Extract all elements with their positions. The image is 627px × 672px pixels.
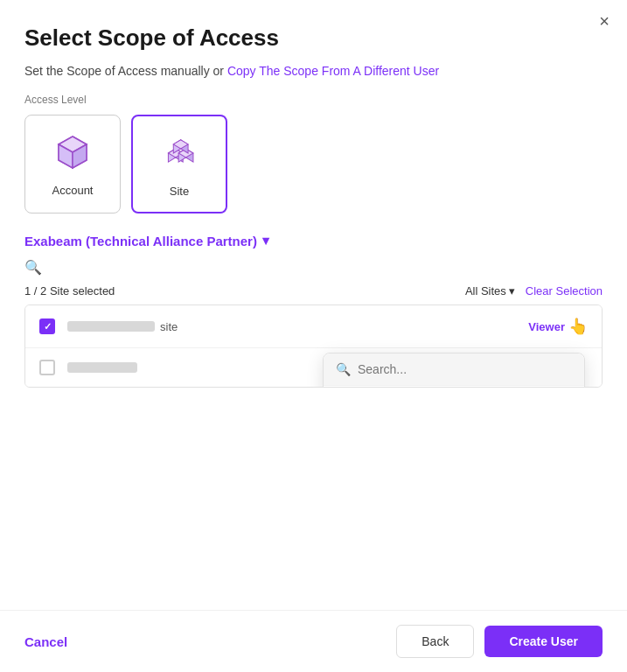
cursor-icon: 👆	[568, 317, 588, 336]
access-option-account[interactable]: Account	[24, 115, 121, 214]
all-sites-button[interactable]: All Sites ▾	[465, 284, 515, 298]
dropdown-search-icon: 🔍	[336, 362, 351, 376]
site-text-1: site	[160, 320, 178, 333]
chevron-down-icon: ▾	[262, 233, 269, 248]
account-option-label: Account	[52, 184, 94, 197]
account-icon	[50, 130, 95, 175]
site-icon	[157, 130, 202, 176]
viewer-label: Viewer	[528, 320, 565, 333]
create-user-button[interactable]: Create User	[484, 626, 603, 657]
subtitle: Set the Scope of Access manually or Copy…	[24, 64, 603, 78]
dropdown-search-area: 🔍	[324, 354, 584, 386]
table-row: site Viewer 👆 🔍 Admin C-Level IR Team	[25, 305, 602, 348]
site-name-placeholder-1	[67, 321, 155, 332]
role-dropdown: 🔍 Admin C-Level IR Team	[323, 353, 585, 388]
site-checkbox-2[interactable]	[39, 360, 55, 375]
section-title[interactable]: Exabeam (Technical Alliance Partner) ▾	[24, 233, 603, 248]
site-option-label: Site	[170, 185, 189, 198]
site-list: site Viewer 👆 🔍 Admin C-Level IR Team	[24, 304, 603, 388]
site-name-placeholder-2	[67, 362, 137, 373]
cancel-button[interactable]: Cancel	[24, 634, 67, 649]
copy-scope-link[interactable]: Copy The Scope From A Different User	[227, 64, 439, 78]
search-icon: 🔍	[24, 259, 42, 276]
subtitle-text: Set the Scope of Access manually or	[24, 64, 224, 78]
access-level-options: Account Site	[24, 115, 603, 214]
modal: × Select Scope of Access Set the Scope o…	[0, 0, 627, 672]
site-count-row: 1 / 2 Site selected All Sites ▾ Clear Se…	[24, 284, 603, 298]
search-row: 🔍	[24, 259, 603, 276]
footer: Cancel Back Create User	[0, 610, 627, 672]
modal-title: Select Scope of Access	[24, 24, 603, 52]
dropdown-search-input[interactable]	[358, 362, 572, 376]
footer-right: Back Create User	[396, 625, 603, 658]
back-button[interactable]: Back	[396, 625, 474, 658]
site-checkbox-1[interactable]	[39, 318, 55, 334]
site-count: 1 / 2 Site selected	[24, 284, 115, 298]
close-button[interactable]: ×	[599, 12, 610, 30]
access-option-site[interactable]: Site	[131, 115, 227, 214]
right-actions: All Sites ▾ Clear Selection	[465, 284, 603, 298]
viewer-role-button[interactable]: Viewer 👆	[528, 317, 588, 336]
all-sites-chevron-icon: ▾	[509, 284, 515, 298]
access-level-label: Access Level	[24, 94, 603, 106]
dropdown-item-admin[interactable]: Admin	[324, 386, 584, 388]
clear-selection-button[interactable]: Clear Selection	[526, 284, 603, 298]
